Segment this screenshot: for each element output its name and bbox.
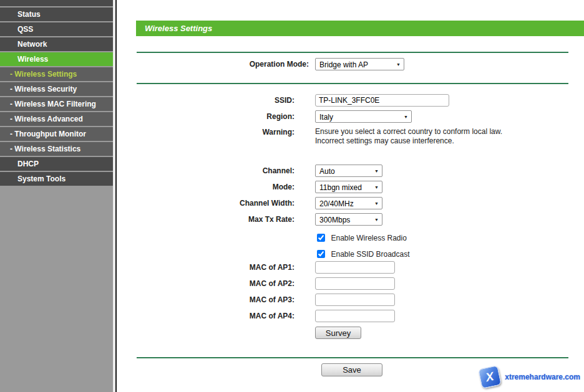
- sidebar-item-status[interactable]: Status: [0, 7, 113, 21]
- page-header-bar: Wireless Settings: [136, 21, 584, 36]
- ssid-label: SSID:: [125, 96, 294, 105]
- sidebar-top-strip: [0, 0, 113, 6]
- channel-width-row: Channel Width: 20/40MHz ▼: [0, 197, 584, 211]
- separator-line-bottom: [137, 357, 568, 358]
- mac-ap3-label: MAC of AP3:: [125, 295, 294, 304]
- warning-label: Warning:: [125, 128, 294, 136]
- enable-ssid-broadcast-checkbox[interactable]: [317, 250, 325, 258]
- sidebar-item-qss[interactable]: QSS: [0, 22, 113, 36]
- mac-ap1-row: MAC of AP1:: [0, 261, 584, 275]
- mac-ap4-row: MAC of AP4:: [0, 310, 584, 323]
- mode-select[interactable]: 11bgn mixed ▼: [315, 181, 382, 193]
- max-tx-rate-label: Max Tx Rate:: [125, 215, 294, 224]
- channel-row: Channel: Auto ▼: [0, 165, 584, 178]
- warning-line-2: Incorrect settings may cause interferenc…: [315, 136, 502, 146]
- page-title: Wireless Settings: [136, 21, 584, 36]
- max-tx-rate-row: Max Tx Rate: 300Mbps ▼: [0, 213, 584, 227]
- mac-ap4-input[interactable]: [315, 310, 395, 322]
- logo-x-letter: X: [484, 370, 495, 384]
- watermark-text: xtremehardware.com: [505, 373, 580, 381]
- mac-ap3-row: MAC of AP3:: [0, 294, 584, 307]
- max-tx-rate-value: 300Mbps: [319, 216, 350, 224]
- sidebar-item-network[interactable]: Network: [0, 37, 113, 51]
- region-label: Region:: [125, 112, 294, 121]
- chevron-down-icon: ▼: [374, 198, 379, 210]
- mac-ap4-label: MAC of AP4:: [125, 312, 294, 320]
- chevron-down-icon: ▼: [404, 111, 408, 123]
- warning-line-1: Ensure you select a correct country to c…: [315, 127, 502, 136]
- operation-mode-value: Bridge with AP: [319, 60, 368, 69]
- channel-select[interactable]: Auto ▼: [315, 165, 382, 177]
- region-row: Region: Italy ▼: [0, 110, 584, 124]
- channel-width-label: Channel Width:: [125, 199, 294, 208]
- survey-row: Survey: [0, 327, 584, 340]
- region-select[interactable]: Italy ▼: [315, 110, 412, 123]
- separator-line-top: [137, 52, 568, 53]
- mode-label: Mode:: [125, 183, 294, 191]
- warning-text: Ensure you select a correct country to c…: [315, 127, 502, 146]
- warning-row: Warning: Ensure you select a correct cou…: [0, 126, 584, 147]
- mac-ap1-label: MAC of AP1:: [125, 263, 294, 272]
- mode-value: 11bgn mixed: [319, 183, 362, 192]
- mac-ap2-row: MAC of AP2:: [0, 277, 584, 291]
- operation-mode-row: Operation Mode: Bridge with AP ▼: [0, 58, 584, 72]
- channel-width-value: 20/40MHz: [319, 199, 354, 208]
- chevron-down-icon: ▼: [374, 214, 379, 226]
- region-value: Italy: [319, 113, 333, 122]
- xtremehardware-watermark: X xtremehardware.com: [480, 367, 580, 390]
- max-tx-rate-select[interactable]: 300Mbps ▼: [315, 213, 382, 226]
- mac-ap2-label: MAC of AP2:: [125, 279, 294, 288]
- enable-ssid-broadcast-row: Enable SSID Broadcast: [0, 247, 584, 261]
- enable-wireless-radio-row: Enable Wireless Radio: [0, 231, 584, 244]
- survey-button[interactable]: Survey: [315, 327, 361, 339]
- enable-wireless-radio-label: Enable Wireless Radio: [331, 234, 406, 242]
- mac-ap3-input[interactable]: [315, 294, 395, 306]
- chevron-down-icon: ▼: [374, 165, 379, 178]
- channel-width-select[interactable]: 20/40MHz ▼: [315, 197, 382, 209]
- operation-mode-label: Operation Mode:: [125, 60, 309, 69]
- chevron-down-icon: ▼: [396, 59, 401, 71]
- chevron-down-icon: ▼: [374, 181, 379, 194]
- mac-ap2-input[interactable]: [315, 277, 395, 290]
- xtremehardware-logo-icon: X: [478, 365, 502, 389]
- mode-row: Mode: 11bgn mixed ▼: [0, 181, 584, 194]
- enable-wireless-radio-checkbox[interactable]: [317, 234, 325, 242]
- operation-mode-select[interactable]: Bridge with AP ▼: [315, 58, 404, 70]
- mac-ap1-input[interactable]: [315, 261, 395, 274]
- channel-label: Channel:: [125, 166, 294, 175]
- enable-ssid-broadcast-label: Enable SSID Broadcast: [331, 250, 409, 259]
- separator-line-middle: [137, 83, 568, 84]
- save-button[interactable]: Save: [321, 363, 382, 376]
- channel-value: Auto: [319, 167, 335, 176]
- ssid-row: SSID:: [0, 94, 584, 108]
- ssid-input[interactable]: [315, 94, 449, 107]
